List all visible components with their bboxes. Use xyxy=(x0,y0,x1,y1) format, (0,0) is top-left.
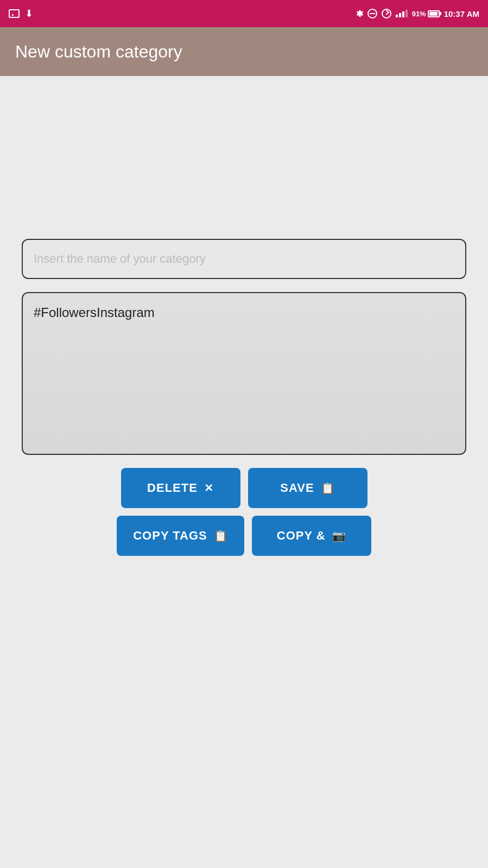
bluetooth-icon: ✱ xyxy=(356,9,363,19)
signal-bars-icon xyxy=(396,10,408,17)
app-bar: New custom category xyxy=(0,27,488,76)
copy-tags-button[interactable]: COPY TAGS 📋 xyxy=(117,516,244,556)
copy-tags-label: COPY TAGS xyxy=(133,529,207,543)
download-icon: ⬇ xyxy=(25,8,33,20)
delete-label: DELETE xyxy=(147,481,198,495)
status-bar-right-icons: ✱ 91% 10:37 AM xyxy=(356,9,479,19)
status-bar-left-icons: ⬇ xyxy=(9,8,33,20)
main-content: #FollowersInstagram DELETE ✕ SAVE 📋 COPY… xyxy=(0,76,488,868)
buttons-row-2: COPY TAGS 📋 COPY & 📷 xyxy=(117,516,371,556)
buttons-row-1: DELETE ✕ SAVE 📋 xyxy=(121,468,367,508)
battery-icon xyxy=(428,10,440,17)
delete-button[interactable]: DELETE ✕ xyxy=(121,468,240,508)
bottom-spacer xyxy=(22,556,466,846)
category-name-input[interactable] xyxy=(22,239,466,279)
copy-and-icon: 📷 xyxy=(332,529,346,542)
alarm-icon xyxy=(382,9,391,18)
save-label: SAVE xyxy=(280,481,314,495)
clock: 10:37 AM xyxy=(444,9,479,18)
status-bar: ⬇ ✱ 91% 10:37 AM xyxy=(0,0,488,27)
tags-textarea[interactable]: #FollowersInstagram xyxy=(22,292,466,455)
minus-circle-icon xyxy=(367,9,377,18)
save-button[interactable]: SAVE 📋 xyxy=(248,468,367,508)
copy-tags-icon: 📋 xyxy=(214,529,228,542)
copy-and-label: COPY & xyxy=(277,529,326,543)
action-buttons: DELETE ✕ SAVE 📋 COPY TAGS 📋 COPY & 📷 xyxy=(22,468,466,556)
delete-icon: ✕ xyxy=(204,481,214,495)
copy-and-button[interactable]: COPY & 📷 xyxy=(252,516,371,556)
battery-container: 91% xyxy=(412,10,440,18)
gallery-icon xyxy=(9,9,20,18)
page-title: New custom category xyxy=(15,42,182,62)
save-icon: 📋 xyxy=(321,481,335,495)
top-spacer xyxy=(22,98,466,239)
battery-percent: 91% xyxy=(412,10,426,18)
